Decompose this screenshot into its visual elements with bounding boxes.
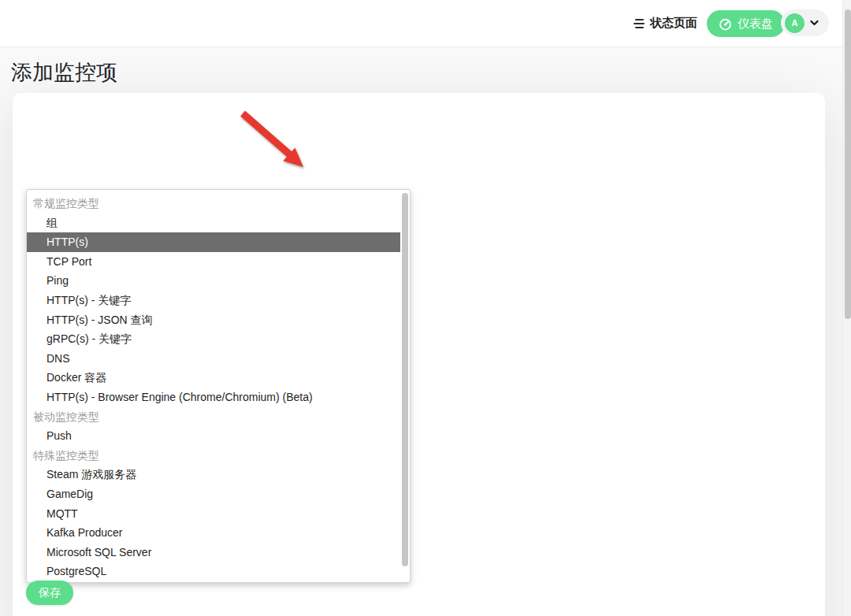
option-group-label: 被动监控类型 <box>27 407 400 427</box>
monitor-type-option[interactable]: 组 <box>27 213 400 233</box>
monitor-type-dropdown: 常规监控类型组HTTP(s)TCP PortPingHTTP(s) - 关键字H… <box>26 189 411 583</box>
status-page-list-icon <box>634 18 645 29</box>
monitor-type-option[interactable]: gRPC(s) - 关键字 <box>27 329 400 349</box>
option-group-label: 常规监控类型 <box>27 194 400 213</box>
dashboard-button-label: 仪表盘 <box>738 17 773 32</box>
monitor-type-option[interactable]: MQTT <box>27 504 400 524</box>
monitor-type-option[interactable]: Steam 游戏服务器 <box>27 465 400 484</box>
dashboard-button[interactable]: 仪表盘 <box>707 10 785 37</box>
monitor-type-option[interactable]: HTTP(s) - JSON 查询 <box>27 310 400 330</box>
monitor-type-option[interactable]: Docker 容器 <box>27 368 400 388</box>
gauge-icon <box>719 17 732 31</box>
monitor-type-listbox: 常规监控类型组HTTP(s)TCP PortPingHTTP(s) - 关键字H… <box>27 194 400 581</box>
monitor-type-option[interactable]: HTTP(s) - 关键字 <box>27 291 400 310</box>
status-page-label: 状态页面 <box>650 16 697 31</box>
monitor-type-option[interactable]: HTTP(s) - Browser Engine (Chrome/Chromiu… <box>27 388 400 407</box>
dropdown-scrollbar[interactable] <box>401 193 408 570</box>
top-navbar: 状态页面 仪表盘 A <box>0 0 851 47</box>
monitor-type-option[interactable]: TCP Port <box>27 252 400 272</box>
avatar: A <box>785 13 805 33</box>
monitor-type-option[interactable]: Push <box>27 426 400 446</box>
dropdown-scrollbar-thumb[interactable] <box>402 193 408 566</box>
page-scrollbar[interactable] <box>842 0 851 616</box>
app-screen: 状态页面 仪表盘 A 添加监控项 常规 监控类型 HTTP(s) <box>0 0 851 616</box>
option-group-label: 特殊监控类型 <box>27 446 400 466</box>
status-page-link[interactable]: 状态页面 <box>634 16 697 31</box>
monitor-type-option[interactable]: GameDig <box>27 484 400 504</box>
user-menu[interactable]: A <box>781 9 829 36</box>
monitor-type-option[interactable]: DNS <box>27 349 400 369</box>
monitor-type-option[interactable]: Kafka Producer <box>27 523 400 543</box>
page-scrollbar-thumb[interactable] <box>845 9 851 319</box>
chevron-down-icon <box>810 20 819 26</box>
page-title: 添加监控项 <box>11 58 117 87</box>
monitor-type-option[interactable]: Microsoft SQL Server <box>27 543 400 562</box>
monitor-type-option[interactable]: PostgreSQL <box>27 562 400 581</box>
monitor-type-option[interactable]: HTTP(s) <box>27 232 400 252</box>
save-button[interactable]: 保存 <box>26 581 73 605</box>
monitor-type-option[interactable]: Ping <box>27 271 400 291</box>
